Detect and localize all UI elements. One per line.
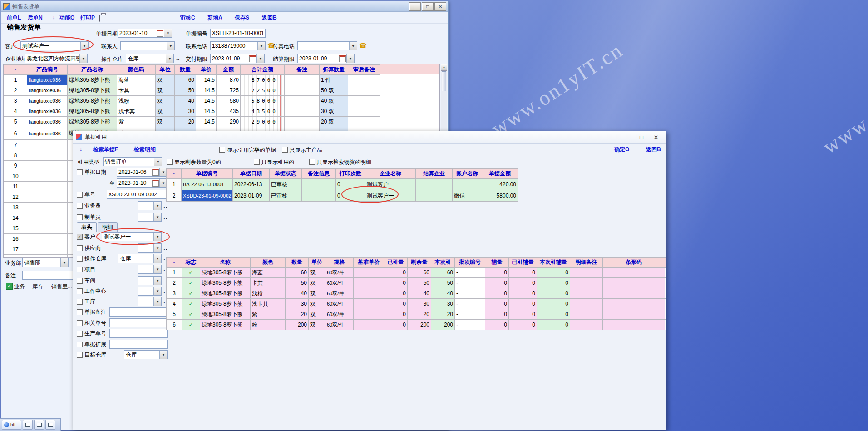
cell[interactable]: 30 双: [320, 106, 348, 117]
cell[interactable]: [285, 96, 320, 106]
cell[interactable]: 0: [384, 288, 408, 299]
cell[interactable]: liangtuoxie036: [27, 75, 68, 85]
cell[interactable]: [603, 268, 665, 278]
column-header[interactable]: 本次引: [431, 258, 455, 268]
cell[interactable]: [27, 213, 68, 223]
column-header[interactable]: 单价: [196, 65, 217, 75]
dropdown-button[interactable]: ▼: [153, 277, 161, 285]
cell[interactable]: [416, 190, 453, 202]
browse-button[interactable]: ..: [163, 245, 168, 251]
process-combo[interactable]: ▼: [138, 297, 162, 306]
table-row[interactable]: 1✓绿地305-8萝卜熊海蓝60双60双/件06060-000-: [167, 268, 666, 278]
cell[interactable]: 200: [408, 320, 431, 330]
cell[interactable]: 60双/件: [326, 299, 354, 309]
workshop-checkbox[interactable]: [77, 278, 83, 284]
browse-button[interactable]: ..: [163, 214, 168, 220]
func-dropdown-icon[interactable]: ↓: [52, 14, 55, 20]
cell[interactable]: ✓: [182, 268, 200, 278]
cell[interactable]: 0: [537, 320, 570, 330]
salesman-checkbox[interactable]: [77, 203, 83, 209]
cell[interactable]: 2: [4, 85, 27, 96]
cell[interactable]: 60双/件: [326, 309, 354, 320]
cell[interactable]: 420.00: [482, 179, 518, 190]
table-row[interactable]: 5✓绿地305-8萝卜熊紫20双60双/件02020-000-: [167, 309, 666, 320]
doc-date-combo[interactable]: 2023-01-10 ▼: [118, 29, 172, 38]
cell[interactable]: 0: [537, 268, 570, 278]
cell[interactable]: [27, 182, 68, 192]
cell[interactable]: -: [665, 299, 666, 309]
customer-combo[interactable]: 测试客户一 ▼: [20, 41, 89, 50]
doc-no-input[interactable]: XSFH-23-01-10-0001: [210, 29, 266, 38]
minimize-button[interactable]: —: [409, 2, 421, 11]
taskbar-button[interactable]: [34, 420, 44, 430]
cell[interactable]: [302, 190, 336, 202]
cell[interactable]: [285, 85, 320, 96]
cell[interactable]: 绿地305-8萝卜熊: [200, 278, 251, 288]
cell[interactable]: [27, 255, 68, 258]
cell[interactable]: 4: [4, 106, 27, 117]
cell[interactable]: 14: [4, 213, 27, 223]
cell[interactable]: 30: [175, 106, 196, 117]
cell[interactable]: 0: [384, 320, 408, 330]
cell[interactable]: 0: [537, 309, 570, 320]
cell[interactable]: 绿地305-8萝卜熊: [200, 299, 251, 309]
cell[interactable]: 14.5: [196, 75, 217, 85]
maker-combo[interactable]: ▼: [138, 213, 162, 222]
date-from-combo[interactable]: 2023-01-06 ▼: [117, 168, 168, 177]
detail-only-checkbox[interactable]: [309, 159, 315, 165]
documents-table[interactable]: -单据编号单据日期单据状态备注信息打印次数企业名称结算企业账户名称单据金额1BA…: [166, 168, 518, 202]
cell[interactable]: [603, 299, 665, 309]
save-button[interactable]: 保存S: [235, 14, 249, 22]
cell[interactable]: 40 双: [320, 96, 348, 106]
cell[interactable]: 紫: [251, 309, 286, 320]
cell[interactable]: liangtuoxie036: [27, 85, 68, 96]
cell[interactable]: [348, 96, 380, 106]
cell[interactable]: 0: [485, 288, 509, 299]
maker-checkbox[interactable]: [77, 214, 83, 220]
cell[interactable]: ✓: [182, 309, 200, 320]
cell[interactable]: ✓: [182, 288, 200, 299]
ext-checkbox[interactable]: [77, 342, 83, 347]
cell[interactable]: [603, 288, 665, 299]
cell[interactable]: liangtuoxie036: [27, 127, 68, 140]
cell[interactable]: [27, 192, 68, 203]
cell[interactable]: 双: [156, 75, 175, 85]
close-button[interactable]: ✕: [434, 2, 446, 11]
supplier-combo[interactable]: ▼: [138, 243, 162, 253]
cell[interactable]: 0: [509, 299, 537, 309]
cell[interactable]: -: [665, 288, 666, 299]
cell[interactable]: 绿地305-8萝卜熊: [200, 268, 251, 278]
cell[interactable]: -: [455, 278, 485, 288]
cell[interactable]: 60: [431, 268, 455, 278]
column-header[interactable]: 本次引辅量: [537, 258, 570, 268]
cell[interactable]: -: [455, 268, 485, 278]
cell[interactable]: [354, 288, 384, 299]
cell[interactable]: 60: [408, 268, 431, 278]
cell[interactable]: [453, 179, 482, 190]
taskbar-button[interactable]: [23, 420, 33, 430]
cell[interactable]: 725: [217, 85, 241, 96]
project-combo[interactable]: ▼: [138, 265, 162, 274]
cell[interactable]: 200: [431, 320, 455, 330]
cell[interactable]: 0: [485, 320, 509, 330]
cell[interactable]: 测试客户一: [365, 190, 416, 202]
cell[interactable]: 16: [4, 234, 27, 244]
cell[interactable]: 测试客户一: [365, 179, 416, 190]
ok-button[interactable]: 确定O: [614, 146, 629, 154]
column-header[interactable]: 备注信息: [302, 169, 336, 179]
column-header[interactable]: 账户名称: [453, 169, 482, 179]
cell[interactable]: 双: [309, 288, 326, 299]
cell[interactable]: [416, 179, 453, 190]
cell[interactable]: 20: [286, 309, 309, 320]
cell[interactable]: [570, 288, 603, 299]
cell[interactable]: 浅卡其: [251, 299, 286, 309]
cell[interactable]: -: [665, 278, 666, 288]
cell[interactable]: [354, 309, 384, 320]
dropdown-button[interactable]: ▼: [153, 265, 161, 273]
cell[interactable]: 已审核: [270, 179, 302, 190]
dropdown-button[interactable]: ▼: [164, 29, 172, 37]
dropdown-button[interactable]: ▼: [153, 287, 161, 295]
print-button[interactable]: 打印P: [80, 14, 95, 22]
column-header[interactable]: -: [167, 258, 182, 268]
cell[interactable]: 2: [167, 190, 182, 202]
